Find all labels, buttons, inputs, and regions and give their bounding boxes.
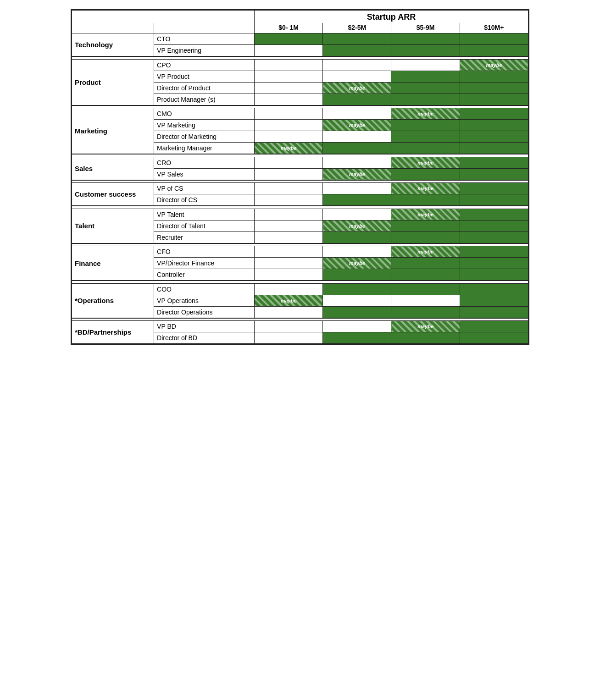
role-cell: Marketing Manager [154, 143, 255, 154]
arr3-cell: maybe [391, 209, 460, 220]
arr4-cell: maybe [460, 59, 528, 71]
arr1-cell [254, 220, 322, 231]
role-cell: VP Product [154, 71, 255, 82]
role-cell: Director of Product [154, 82, 255, 94]
arr3-cell: maybe [391, 246, 460, 258]
header-empty [72, 11, 255, 23]
role-cell: CMO [154, 108, 255, 120]
arr2-cell: maybe [323, 220, 391, 231]
arr2-cell [323, 143, 391, 154]
role-cell: Director of Marketing [154, 131, 255, 143]
arr1-cell [254, 59, 322, 71]
arr1-cell: maybe [254, 295, 322, 306]
arr4-cell [460, 82, 528, 94]
arr2-cell [323, 131, 391, 143]
arr1-cell [254, 306, 322, 318]
arr3-cell [391, 231, 460, 243]
arr4-cell [460, 94, 528, 105]
role-cell: CPO [154, 59, 255, 71]
arr4-cell [460, 71, 528, 82]
header-title-row: Startup ARR [72, 11, 528, 23]
arr4-cell [460, 209, 528, 220]
arr1-cell [254, 120, 322, 131]
arr2-cell: maybe [323, 168, 391, 180]
arr4-cell [460, 183, 528, 194]
table-row: SalesCROmaybe [72, 157, 528, 168]
role-cell: VP Talent [154, 209, 255, 220]
header-arr3: $5-9M [391, 23, 460, 33]
arr3-cell [391, 143, 460, 154]
arr4-cell [460, 120, 528, 131]
arr1-cell [254, 269, 322, 281]
arr4-cell [460, 246, 528, 258]
header-role [154, 23, 255, 33]
role-cell: VP of CS [154, 183, 255, 194]
header-arr1: $0- 1M [254, 23, 322, 33]
role-cell: VP Engineering [154, 45, 255, 57]
category-cell: Talent [72, 209, 154, 243]
table-row: TalentVP Talentmaybe [72, 209, 528, 220]
arr1-cell [254, 321, 322, 332]
arr4-cell [460, 157, 528, 168]
category-cell: Sales [72, 157, 154, 180]
table-row: ProductCPOmaybe [72, 59, 528, 71]
arr3-cell: maybe [391, 183, 460, 194]
arr2-cell [323, 209, 391, 220]
table-row: *BD/PartnershipsVP BDmaybe [72, 321, 528, 332]
arr2-cell [323, 157, 391, 168]
arr3-cell [391, 295, 460, 306]
arr2-cell: maybe [323, 120, 391, 131]
role-cell: CFO [154, 246, 255, 258]
table-row: *OperationsCOO [72, 283, 528, 295]
arr3-cell: maybe [391, 321, 460, 332]
arr1-cell [254, 131, 322, 143]
arr1-cell [254, 108, 322, 120]
arr2-cell: maybe [323, 82, 391, 94]
arr1-cell [254, 71, 322, 82]
arr4-cell [460, 168, 528, 180]
arr1-cell [254, 231, 322, 243]
header-cat [72, 23, 154, 33]
arr3-cell [391, 258, 460, 269]
role-cell: Recruiter [154, 231, 255, 243]
arr4-cell [460, 108, 528, 120]
arr1-cell [254, 194, 322, 206]
arr4-cell [460, 220, 528, 231]
arr3-cell [391, 283, 460, 295]
table-row: FinanceCFOmaybe [72, 246, 528, 258]
arr3-cell [391, 306, 460, 318]
role-cell: VP Operations [154, 295, 255, 306]
arr2-cell [323, 59, 391, 71]
arr1-cell [254, 246, 322, 258]
role-cell: Controller [154, 269, 255, 281]
arr4-cell [460, 321, 528, 332]
arr3-cell [391, 131, 460, 143]
category-cell: *BD/Partnerships [72, 321, 154, 344]
arr4-cell [460, 33, 528, 45]
arr2-cell [323, 332, 391, 344]
arr3-cell: maybe [391, 157, 460, 168]
category-cell: *Operations [72, 283, 154, 318]
header-arr4: $10M+ [460, 23, 528, 33]
category-cell: Marketing [72, 108, 154, 154]
role-cell: Director of CS [154, 194, 255, 206]
arr3-cell [391, 269, 460, 281]
arr2-cell: maybe [323, 258, 391, 269]
category-cell: Finance [72, 246, 154, 281]
arr3-cell [391, 194, 460, 206]
arr3-cell [391, 220, 460, 231]
arr2-cell [323, 94, 391, 105]
category-cell: Customer success [72, 183, 154, 206]
role-cell: CTO [154, 33, 255, 45]
arr3-cell [391, 59, 460, 71]
arr2-cell [323, 71, 391, 82]
role-cell: Director Operations [154, 306, 255, 318]
category-cell: Product [72, 59, 154, 105]
arr4-cell [460, 269, 528, 281]
arr1-cell [254, 33, 322, 45]
arr2-cell [323, 231, 391, 243]
arr1-cell [254, 157, 322, 168]
arr2-cell [323, 183, 391, 194]
arr4-cell [460, 143, 528, 154]
arr1-cell [254, 183, 322, 194]
